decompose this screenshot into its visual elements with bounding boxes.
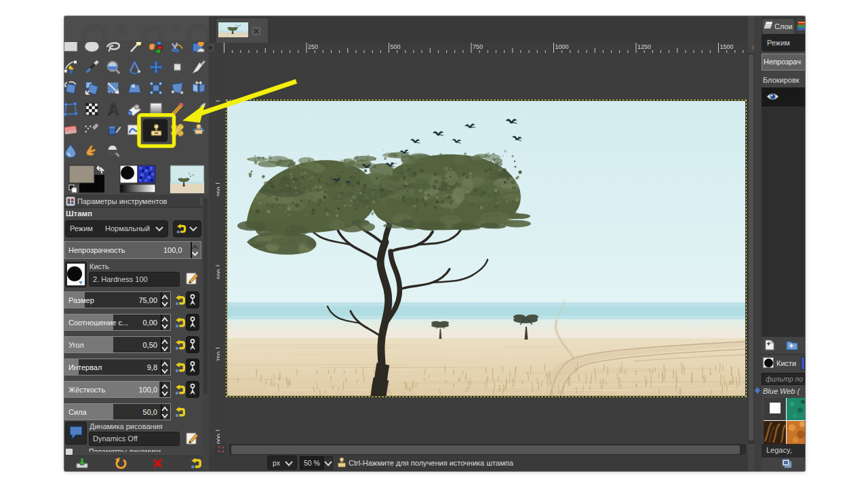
svg-text:1000: 1000 (555, 43, 569, 50)
svg-text:250: 250 (308, 43, 318, 50)
svg-text:A: A (107, 100, 119, 118)
svg-text:500: 500 (391, 43, 401, 50)
svg-text:1250: 1250 (637, 43, 651, 50)
svg-text:750: 750 (473, 43, 483, 50)
svg-text:1500: 1500 (720, 43, 734, 50)
